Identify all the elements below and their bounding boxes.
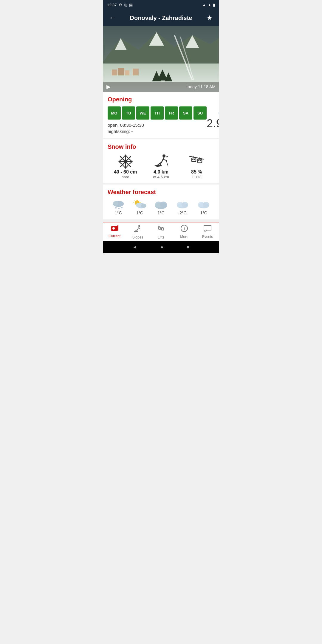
slopes-sub: of 4.6 km <box>153 175 169 179</box>
lifts-item: 85 % 11/13 <box>179 154 214 179</box>
forecast-light-cloud-icon-2 <box>196 199 211 210</box>
back-nav-button[interactable]: ◄ <box>132 244 137 250</box>
opening-title: Opening <box>108 96 214 103</box>
svg-rect-11 <box>125 70 129 75</box>
opening-section: Opening MO TU WE TH FR SA SU open, 08:30… <box>103 92 219 138</box>
svg-line-83 <box>135 232 138 232</box>
svg-point-63 <box>136 203 142 208</box>
svg-rect-43 <box>198 159 202 163</box>
svg-rect-85 <box>159 227 161 229</box>
forecast-temp-3: 1°C <box>157 210 165 215</box>
svg-point-31 <box>162 154 165 157</box>
gondola-nav-icon <box>157 225 165 233</box>
signal-icon: ▲ <box>208 3 211 7</box>
android-nav: ◄ ● ■ <box>103 241 219 253</box>
snowflake-icon <box>118 154 133 169</box>
svg-rect-41 <box>192 158 196 162</box>
svg-line-33 <box>163 159 166 160</box>
current-temperature: 2.9°C <box>207 117 219 130</box>
snow-info-section: Snow info 40 - 60 cm <box>103 139 219 183</box>
forecast-day-3: 1°C <box>150 199 172 215</box>
wifi-icon: ▲ <box>202 3 206 7</box>
webcam-timestamp: today 11:18 AM <box>187 84 216 89</box>
slopes-nav-icon <box>134 225 142 234</box>
forecast-light-cloud-icon-1 <box>175 199 190 210</box>
svg-point-30 <box>124 160 127 163</box>
status-bar: 12:37 ⚙ ◎ ▤ ▲ ▲ ▮ <box>103 0 219 10</box>
svg-text:❄: ❄ <box>121 206 123 209</box>
battery-icon: ▮ <box>213 3 215 7</box>
svg-point-51 <box>118 201 124 206</box>
svg-rect-12 <box>133 69 139 75</box>
svg-point-13 <box>219 109 219 117</box>
svg-line-38 <box>157 166 162 166</box>
speech-bubble-icon <box>204 225 211 232</box>
day-tuesday: TU <box>122 106 135 120</box>
open-hours: open, 08:30-15:30 <box>108 123 207 128</box>
more-nav-label: More <box>180 235 188 239</box>
lifts-sub: 11/13 <box>192 175 202 179</box>
day-wednesday: WE <box>136 106 149 120</box>
status-left: 12:37 ⚙ ◎ ▤ <box>107 3 133 7</box>
forecast-temp-4: -2°C <box>178 210 186 215</box>
webcam-container[interactable]: ▶ today 11:18 AM <box>103 26 219 92</box>
day-saturday: SA <box>179 106 192 120</box>
lifts-nav-icon <box>157 225 165 234</box>
nav-more[interactable]: i More <box>173 225 196 239</box>
favorite-button[interactable]: ★ <box>205 14 214 22</box>
svg-point-45 <box>192 159 193 160</box>
forecast-day-2: 1°C <box>129 199 151 215</box>
info-icon: i <box>181 225 188 232</box>
svg-text:❄: ❄ <box>118 207 120 210</box>
day-friday: FR <box>165 106 178 120</box>
svg-point-64 <box>141 204 146 208</box>
play-button[interactable]: ▶ <box>106 83 111 90</box>
svg-point-48 <box>200 160 201 161</box>
temp-block: 2.9°C <box>207 106 219 130</box>
gondola-icon <box>188 154 205 169</box>
nav-events[interactable]: Events <box>196 225 219 239</box>
sim-icon: ▤ <box>129 3 133 7</box>
forecast-temp-2: 1°C <box>136 210 143 215</box>
weather-cloud-icon <box>217 106 219 117</box>
back-button[interactable]: ← <box>108 14 117 22</box>
svg-point-67 <box>160 202 167 208</box>
snow-depth-main: 40 - 60 cm <box>114 169 137 175</box>
page-title: Donovaly - Zahradiste <box>117 15 205 21</box>
home-nav-button[interactable]: ● <box>160 244 163 250</box>
snow-depth-sub: hard <box>122 175 129 179</box>
forecast-day-5: 1°C <box>193 199 214 215</box>
days-row: MO TU WE TH FR SA SU <box>108 106 207 120</box>
weather-forecast-section: Weather forecast ❄ ❄ ❄ 1°C <box>103 185 219 219</box>
events-nav-icon <box>204 225 211 234</box>
snow-info-title: Snow info <box>108 143 214 150</box>
svg-point-70 <box>182 202 188 207</box>
webcam-overlay: ▶ today 11:18 AM <box>103 82 219 92</box>
camera-icon <box>111 225 118 231</box>
svg-line-79 <box>138 228 140 229</box>
slopes-item: ★ 4.0 km of 4.6 km <box>143 154 179 179</box>
more-nav-icon: i <box>181 225 188 234</box>
day-monday: MO <box>108 106 121 120</box>
bottom-navigation: Current Slopes <box>103 222 219 241</box>
nav-slopes[interactable]: Slopes <box>126 225 149 239</box>
snow-icons-row: 40 - 60 cm hard ★ <box>108 154 214 179</box>
status-right: ▲ ▲ ▮ <box>202 3 215 7</box>
svg-text:❄: ❄ <box>115 207 117 209</box>
lifts-nav-label: Lifts <box>158 235 164 239</box>
skier-nav-icon <box>134 225 142 233</box>
nav-current[interactable]: Current <box>103 225 126 239</box>
forecast-sun-cloud-icon <box>132 199 147 210</box>
svg-text:★: ★ <box>166 155 168 158</box>
forecast-snow-cloud-icon: ❄ ❄ ❄ <box>111 199 126 210</box>
forecast-row: ❄ ❄ ❄ 1°C 1°C <box>108 199 214 215</box>
forecast-cloud-icon <box>154 199 168 210</box>
forecast-day-4: -2°C <box>172 199 193 215</box>
day-thursday: TH <box>151 106 164 120</box>
nav-lifts[interactable]: Lifts <box>149 225 173 239</box>
weather-forecast-title: Weather forecast <box>108 189 214 196</box>
svg-rect-10 <box>118 68 124 75</box>
current-nav-label: Current <box>109 234 120 238</box>
recent-nav-button[interactable]: ■ <box>187 244 190 250</box>
snow-depth-item: 40 - 60 cm hard <box>108 154 143 179</box>
